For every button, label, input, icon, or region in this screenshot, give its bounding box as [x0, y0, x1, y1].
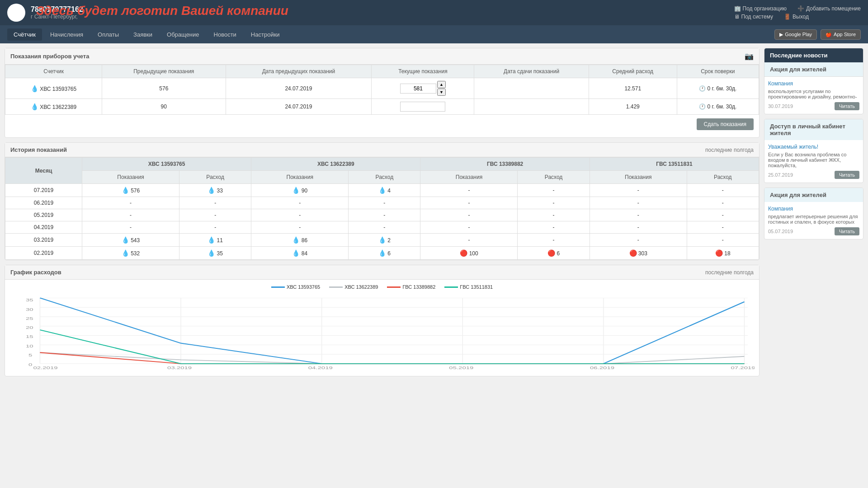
sub-col-consumption-3: Расход	[518, 171, 590, 184]
nav-item-requests[interactable]: Заявки	[127, 28, 159, 41]
sidebar-news-section: Последние новости Акция для жителей Комп…	[764, 48, 863, 114]
system-link[interactable]: 🖥 Под систему	[734, 14, 774, 20]
col-hvc2: ХВС 13622389	[251, 158, 420, 171]
prev-reading-1: 576	[102, 78, 226, 99]
legend-gvc2-label: ГВС 13511831	[460, 284, 493, 290]
svg-text:5: 5	[28, 352, 32, 357]
nav-item-settings[interactable]: Настройки	[245, 28, 286, 41]
sidebar-action2-section: Акция для жителей Компания предлагает ин…	[764, 188, 863, 239]
history-section: История показаний последние полгода Меся…	[5, 142, 760, 260]
legend-gvc2: ГВС 13511831	[444, 284, 493, 290]
prev-reading-2: 90	[102, 99, 226, 115]
svg-text:07.2019: 07.2019	[731, 366, 755, 370]
water-icon: 💧	[378, 236, 386, 244]
avatar	[7, 4, 25, 22]
col-month: Месяц	[5, 158, 82, 184]
sub-col-readings-3: Показания	[420, 171, 518, 184]
org-link[interactable]: 🏢 Под организацию	[734, 5, 787, 12]
svg-text:30: 30	[26, 307, 33, 312]
svg-text:25: 25	[26, 316, 33, 321]
sidebar-action2-meta: 05.07.2019 Читать	[768, 227, 859, 235]
svg-text:04.2019: 04.2019	[308, 366, 333, 370]
svg-text:03.2019: 03.2019	[167, 366, 192, 370]
sidebar-news-item-1: Компания воспользуется услугами по проек…	[764, 77, 863, 114]
clock-icon-2: 🕐	[699, 103, 706, 110]
add-icon: ➕	[797, 5, 804, 12]
nav-item-charges[interactable]: Начисления	[44, 28, 90, 41]
water-icon: 💧	[292, 249, 300, 257]
month-02-2019: 02.2019	[5, 247, 82, 260]
sidebar-access-heading: Уважаемый житель!	[768, 144, 859, 150]
sidebar-read-btn-1[interactable]: Читать	[835, 102, 859, 110]
header-bottom-links: 🖥 Под систему 🚪 Выход	[734, 14, 861, 20]
table-row: 07.2019 💧 576 💧 33 💧 90 💧 4 - - - -	[5, 184, 759, 197]
add-room-link[interactable]: ➕ Добавить помещение	[797, 5, 861, 12]
app-buttons: ▶ Google Play 🍎 App Store	[774, 29, 861, 40]
chart-area: ХВС 13593765 ХВС 13622389 ГВС 13389882 Г…	[5, 280, 759, 376]
sidebar-action2-text: предлагает интерьерные решения для гости…	[768, 214, 859, 225]
sidebar-news-text-1: воспользуется услугами по проектированию…	[768, 89, 859, 99]
month-04-2019: 04.2019	[5, 221, 82, 234]
camera-icon[interactable]: 📷	[745, 52, 754, 61]
nav-item-meters[interactable]: Счётчик	[7, 28, 42, 41]
prev-date-1: 24.07.2019	[226, 78, 372, 99]
sidebar-access-date: 25.07.2019	[768, 172, 793, 178]
verify-1: 🕐 0 г. 6м. 30д.	[677, 78, 759, 99]
legend-gvc2-line	[444, 286, 458, 288]
google-play-button[interactable]: ▶ Google Play	[774, 29, 817, 40]
nav-item-news[interactable]: Новости	[208, 28, 243, 41]
col-meter: Счетчик	[5, 65, 102, 78]
sub-col-consumption-1: Расход	[179, 171, 251, 184]
water-hot-icon: 🔴	[547, 249, 555, 257]
meters-title: Показания приборов учета	[10, 53, 89, 60]
decrement-btn-1[interactable]: ▼	[437, 89, 446, 96]
history-sub-header: Показания Расход Показания Расход Показа…	[5, 171, 759, 184]
current-reading-2	[372, 99, 474, 115]
meters-table-header: Счетчик Предыдущие показания Дата предыд…	[5, 65, 759, 78]
water-hot-icon: 🔴	[629, 249, 637, 257]
legend-gvc1-line	[387, 286, 401, 288]
table-row: 💧 ХВС 13622389 90 24.07.2019 1.429 🕐 0 г…	[5, 99, 759, 115]
sub-col-consumption-4: Расход	[687, 171, 759, 184]
col-avg-consumption: Средний расход	[589, 65, 677, 78]
col-gvc2: ГВС 13511831	[590, 158, 759, 171]
table-row: 04.2019 -- -- -- --	[5, 221, 759, 234]
sidebar-company-1[interactable]: Компания	[768, 80, 859, 87]
nav-item-appeals[interactable]: Обращение	[160, 28, 205, 41]
legend-hvc1-line	[271, 286, 285, 288]
nav-item-payments[interactable]: Оплаты	[91, 28, 125, 41]
water-icon: 💧	[122, 187, 129, 194]
col-gvc1: ГВС 13389882	[420, 158, 590, 171]
water-icon: 💧	[208, 236, 215, 244]
meters-section-header: Показания приборов учета 📷	[5, 48, 759, 65]
svg-text:02.2019: 02.2019	[33, 366, 57, 370]
header-top-links: 🏢 Под организацию ➕ Добавить помещение	[734, 5, 861, 12]
current-input-1[interactable]	[400, 84, 436, 94]
month-05-2019: 05.2019	[5, 209, 82, 221]
table-row: 03.2019 💧 543 💧 11 💧 86 💧 2 - - - -	[5, 234, 759, 247]
avg-1: 12.571	[589, 78, 677, 99]
sidebar-access-section: Доступ в личный кабинет жителя Уважаемый…	[764, 119, 863, 183]
water-icon: 💧	[378, 187, 386, 194]
apple-icon: 🍎	[826, 32, 832, 38]
sidebar-action2-read-btn[interactable]: Читать	[835, 227, 859, 235]
meters-section: Показания приборов учета 📷 Счетчик Преды…	[5, 48, 760, 138]
month-06-2019: 06.2019	[5, 197, 82, 209]
sidebar-news-meta-1: 30.07.2019 Читать	[768, 102, 859, 110]
history-meter-header: Месяц ХВС 13593765 ХВС 13622389 ГВС 1338…	[5, 158, 759, 171]
app-store-button[interactable]: 🍎 App Store	[821, 29, 861, 40]
verify-2: 🕐 0 г. 6м. 30д.	[677, 99, 759, 115]
sub-col-readings-2: Показания	[251, 171, 349, 184]
water-cold-icon-1: 💧	[31, 85, 38, 92]
logout-link[interactable]: 🚪 Выход	[784, 14, 809, 20]
table-row: 💧 ХВС 13593765 576 24.07.2019 ▲ ▼	[5, 78, 759, 99]
submit-readings-button[interactable]: Сдать показания	[697, 118, 754, 130]
increment-btn-1[interactable]: ▲	[437, 81, 446, 88]
meters-table: Счетчик Предыдущие показания Дата предыд…	[5, 65, 759, 115]
sidebar-access-read-btn[interactable]: Читать	[835, 171, 859, 179]
sidebar-action2-company[interactable]: Компания	[768, 206, 859, 212]
water-hot-icon: 🔴	[715, 249, 723, 257]
chart-legend: ХВС 13593765 ХВС 13622389 ГВС 13389882 Г…	[9, 284, 755, 290]
current-input-2[interactable]	[400, 102, 445, 112]
sidebar-action2-date: 05.07.2019	[768, 229, 793, 234]
